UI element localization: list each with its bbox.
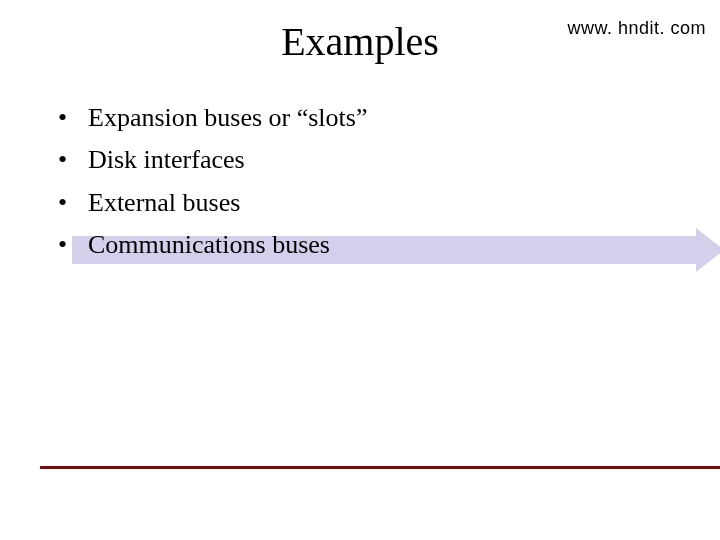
list-item: External buses — [52, 183, 680, 223]
list-item: Expansion buses or “slots” — [52, 98, 680, 138]
slide-title: Examples — [0, 18, 720, 65]
list-item: Communications buses — [52, 225, 680, 265]
slide: www. hndit. com Examples Expansion buses… — [0, 0, 720, 540]
arrow-head-icon — [696, 228, 720, 272]
list-item: Disk interfaces — [52, 140, 680, 180]
divider-line — [40, 466, 720, 469]
bullet-list: Expansion buses or “slots” Disk interfac… — [52, 98, 680, 267]
